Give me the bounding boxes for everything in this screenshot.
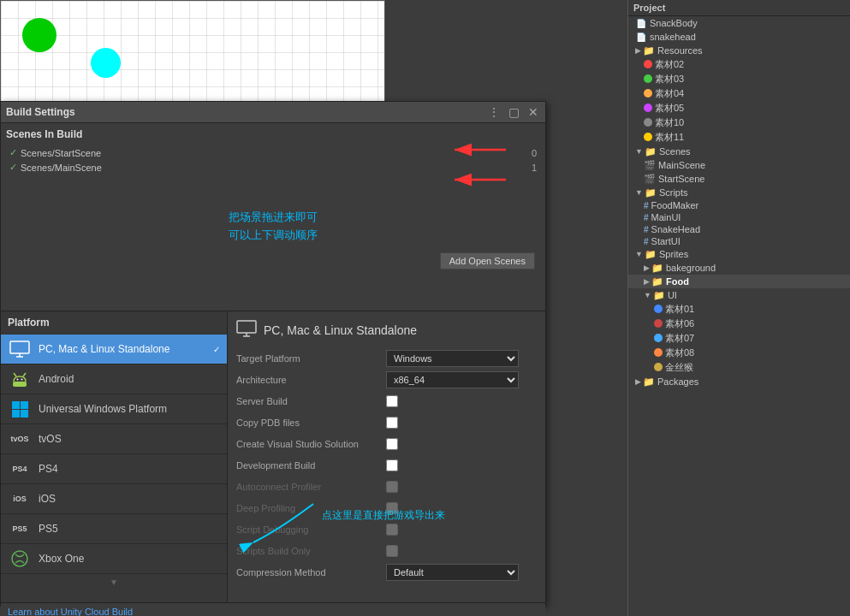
platform-label-uwp: Universal Windows Platform [39,403,167,415]
hierarchy-item[interactable]: ▶ 📁 Resources [628,44,850,57]
script-icon: # [644,225,649,234]
hierarchy-item[interactable]: 素材06 [628,317,850,331]
platform-item-pc[interactable]: PC, Mac & Linux Standalone ✓ [1,335,227,364]
add-open-scenes-button[interactable]: Add Open Scenes [440,252,535,270]
scene-item-startscene[interactable]: ✓ Scenes/StartScene 0 [6,145,540,160]
uwp-icon [8,400,32,418]
monitor-icon [8,340,32,358]
hierarchy-item[interactable]: 素材05 [628,101,850,116]
hierarchy-item-food[interactable]: ▶ 📁 Food [628,275,850,288]
maximize-icon[interactable]: ▢ [507,105,521,119]
green-circle [22,18,56,52]
platform-label-xbox: Xbox One [39,553,84,565]
hierarchy-item[interactable]: 素材08 [628,346,850,360]
hierarchy-item[interactable]: 金丝猴 [628,360,850,375]
platform-label-ps5: PS5 [39,523,58,535]
svg-line-8 [23,373,26,376]
arrow-icon: ▶ [635,46,641,55]
arrow-icon: ▶ [635,377,641,386]
scene-check: ✓ [9,147,17,158]
menu-icon[interactable]: ⋮ [486,105,502,119]
folder-icon: 📁 [651,262,663,274]
svg-line-7 [14,373,16,376]
svg-rect-13 [12,410,20,418]
scripts-only-row: Scripts Build Only [236,542,537,560]
folder-icon: 📁 [651,275,663,287]
platform-title: Platform [1,311,227,335]
hierarchy-item[interactable]: 🎬 MainScene [628,158,850,172]
platform-label-tvos: tvOS [39,433,62,445]
hierarchy-item[interactable]: 📄 SnackBody [628,16,850,30]
hierarchy-panel: Project 📄 SnackBody 📄 snakehead ▶ 📁 Reso… [627,0,850,616]
hierarchy-item[interactable]: # SnakeHead [628,223,850,235]
create-vs-label: Create Visual Studio Solution [236,439,386,449]
compression-select[interactable]: Default [386,564,519,581]
hierarchy-item[interactable]: 素材04 [628,86,850,101]
hierarchy-item[interactable]: 🎬 StartScene [628,172,850,186]
scene-item-mainscene[interactable]: ✓ Scenes/MainScene 1 [6,160,540,175]
hierarchy-item[interactable]: 素材02 [628,57,850,72]
architecture-value[interactable]: x86_64 [386,371,537,388]
grid-overlay [1,1,384,102]
dev-build-checkbox[interactable] [386,459,398,471]
svg-rect-3 [10,341,29,353]
platform-item-ps4[interactable]: PS4 PS4 [1,454,227,484]
script-icon: # [644,213,649,222]
scripts-only-checkbox [386,545,398,557]
target-platform-select[interactable]: Windows [386,350,519,367]
platform-item-tvos[interactable]: tvOS tvOS [1,424,227,454]
game-view [0,0,385,103]
platform-label-ps4: PS4 [39,463,58,475]
compression-row: Compression Method Default [236,564,537,581]
hierarchy-item[interactable]: ▼ 📁 Sprites [628,247,850,261]
hierarchy-item[interactable]: 素材11 [628,130,850,145]
platform-header-title: PC, Mac & Linux Standalone [264,323,417,337]
platform-label-ios: iOS [39,493,56,505]
hierarchy-item[interactable]: ▶ 📁 bakeground [628,261,850,275]
target-platform-value[interactable]: Windows [386,350,537,367]
hierarchy-item[interactable]: # MainUI [628,211,850,223]
platform-item-ios[interactable]: iOS iOS [1,484,227,514]
game-canvas [1,1,384,102]
platform-label-android: Android [39,373,74,385]
platform-item-ps5[interactable]: PS5 PS5 [1,514,227,544]
architecture-select[interactable]: x86_64 [386,371,519,388]
create-vs-checkbox[interactable] [386,438,398,450]
hierarchy-item[interactable]: # StartUI [628,235,850,247]
hierarchy-item[interactable]: # FoodMaker [628,199,850,211]
script-icon: 📄 [635,17,647,29]
scenes-title: Scenes In Build [6,128,540,140]
hierarchy-item[interactable]: 📄 snakehead [628,30,850,44]
hierarchy-item[interactable]: 素材03 [628,72,850,86]
build-settings-window: Build Settings ⋮ ▢ ✕ Scenes In Build ✓ S… [0,101,546,606]
svg-point-9 [17,379,19,381]
close-icon[interactable]: ✕ [526,105,540,119]
server-build-row: Server Build [236,393,537,410]
hierarchy-item[interactable]: ▼ 📁 Scripts [628,186,850,199]
platform-item-uwp[interactable]: Universal Windows Platform [1,394,227,424]
cyan-circle [91,48,121,78]
hierarchy-item[interactable]: 素材07 [628,331,850,346]
drag-hint: 把场景拖进来即可可以上下调动顺序 [6,209,540,245]
platform-item-android[interactable]: Android [1,364,227,394]
titlebar-controls: ⋮ ▢ ✕ [486,105,540,119]
autoconnect-row: Autoconnect Profiler [236,478,537,495]
hierarchy-item[interactable]: ▼ 📁 UI [628,288,850,302]
platform-list: Platform PC, Mac & Linux Standalone ✓ [1,311,228,602]
arrow-icon: ▶ [644,264,650,272]
svg-point-10 [21,379,23,381]
folder-icon: 📁 [643,44,655,56]
script-icon: # [644,237,649,246]
copy-pdb-checkbox[interactable] [386,417,398,429]
hierarchy-item[interactable]: ▼ 📁 Scenes [628,145,850,158]
cloud-link[interactable]: Learn about Unity Cloud Build [8,607,133,616]
hierarchy-item[interactable]: 素材10 [628,116,850,130]
dev-build-label: Development Build [236,460,386,471]
scene-icon: 🎬 [644,173,656,185]
scene-icon: 🎬 [644,159,656,171]
hierarchy-item-packages[interactable]: ▶ 📁 Packages [628,375,850,388]
server-build-checkbox[interactable] [386,395,398,407]
target-platform-row: Target Platform Windows [236,350,537,367]
platform-item-xbox[interactable]: Xbox One [1,544,227,574]
hierarchy-item[interactable]: 素材01 [628,302,850,317]
